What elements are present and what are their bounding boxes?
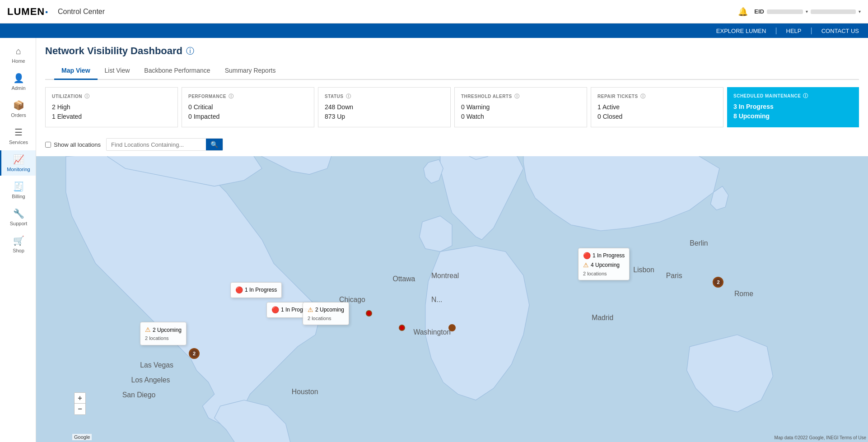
header-right: 🔔 EID ▾ ▾ (738, 7, 861, 17)
zoom-out-button[interactable]: − (75, 404, 85, 414)
billing-icon: 🧾 (13, 181, 24, 192)
tab-map-view[interactable]: Map View (54, 63, 98, 80)
svg-text:Ottawa: Ottawa (392, 275, 415, 283)
eid-dropdown-chevron[interactable]: ▾ (806, 9, 808, 14)
tab-summary-reports[interactable]: Summary Reports (218, 63, 283, 80)
home-icon: ⌂ (16, 46, 21, 56)
search-box: 🔍 (106, 138, 223, 151)
stat-label-repair: REPAIR TICKETS ⓘ (597, 93, 717, 100)
logo: LUMEN· (7, 6, 49, 18)
eid-info: EID ▾ ▾ (754, 8, 861, 15)
zoom-in-button[interactable]: + (75, 393, 85, 404)
status-info-icon[interactable]: ⓘ (346, 93, 351, 100)
sidebar-item-billing[interactable]: 🧾 Billing (0, 177, 36, 203)
admin-icon: 👤 (13, 73, 24, 84)
stat-value-status[interactable]: 248 Down 873 Up (325, 102, 444, 121)
sidebar-label-services: Services (9, 140, 28, 145)
marker-chicago2[interactable] (399, 325, 405, 331)
sidebar-item-services[interactable]: ☰ Services (0, 123, 36, 149)
sidebar-item-monitoring[interactable]: 📈 Monitoring (0, 150, 36, 176)
marker-nyc[interactable] (448, 324, 456, 331)
orders-icon: 📦 (13, 100, 24, 111)
svg-text:N...: N... (431, 296, 443, 303)
sidebar: ⌂ Home 👤 Admin 📦 Orders ☰ Services 📈 Mon… (0, 38, 36, 442)
content-area: Network Visibility Dashboard ⓘ Map View … (36, 38, 868, 442)
show-all-checkbox[interactable] (45, 142, 51, 148)
bell-icon[interactable]: 🔔 (738, 7, 748, 17)
sidebar-label-monitoring: Monitoring (7, 167, 30, 172)
monitoring-icon: 📈 (13, 154, 24, 165)
eid-label: EID (754, 8, 764, 15)
map-svg: Las Vegas Los Angeles San Diego Houston … (36, 156, 868, 442)
page-title: Network Visibility Dashboard (45, 45, 182, 57)
search-input[interactable] (107, 139, 206, 150)
sidebar-label-orders: Orders (11, 112, 26, 118)
tab-list-view[interactable]: List View (98, 63, 137, 80)
stat-card-utilization: UTILIZATION ⓘ 2 High 1 Elevated (45, 87, 178, 127)
utilization-info-icon[interactable]: ⓘ (84, 93, 90, 100)
stat-value-maintenance[interactable]: 3 In Progress 8 Upcoming (733, 102, 853, 121)
svg-text:Houston: Houston (292, 388, 318, 395)
stat-label-performance: PERFORMANCE ⓘ (188, 93, 308, 100)
stat-value-performance[interactable]: 0 Critical 0 Impacted (188, 102, 308, 121)
nav-help[interactable]: HELP (786, 28, 802, 34)
nav-contact[interactable]: CONTACT US (821, 28, 859, 34)
nav-explore[interactable]: EXPLORE LUMEN (716, 28, 766, 34)
performance-info-icon[interactable]: ⓘ (229, 93, 234, 100)
eid-account (811, 9, 856, 14)
eid-value (767, 9, 803, 14)
stats-row: UTILIZATION ⓘ 2 High 1 Elevated PERFORMA… (36, 80, 868, 135)
sidebar-item-orders[interactable]: 📦 Orders (0, 96, 36, 121)
svg-text:Chicago: Chicago (339, 296, 365, 303)
services-icon: ☰ (14, 127, 23, 138)
stat-card-repair: REPAIR TICKETS ⓘ 1 Active 0 Closed (591, 87, 723, 127)
svg-text:Washington: Washington (413, 328, 451, 336)
stat-card-threshold: THRESHOLD ALERTS ⓘ 0 Warning 0 Watch (454, 87, 587, 127)
stat-card-performance: PERFORMANCE ⓘ 0 Critical 0 Impacted (182, 87, 314, 127)
map-copyright: Map data ©2022 Google, INEGI Terms of Us… (775, 435, 866, 440)
stat-value-threshold[interactable]: 0 Warning 0 Watch (461, 102, 580, 121)
svg-text:Las Vegas: Las Vegas (140, 361, 173, 369)
sidebar-item-support[interactable]: 🔧 Support (0, 205, 36, 230)
nav-sep-2: | (811, 27, 812, 35)
show-all-label[interactable]: Show all locations (45, 141, 101, 148)
sidebar-item-home[interactable]: ⌂ Home (0, 42, 36, 67)
sidebar-label-support: Support (10, 221, 28, 226)
support-icon: 🔧 (13, 208, 24, 219)
svg-text:Madrid: Madrid (592, 314, 613, 321)
main-layout: ⌂ Home 👤 Admin 📦 Orders ☰ Services 📈 Mon… (0, 38, 868, 442)
logo-dot: · (45, 5, 49, 19)
sidebar-item-admin[interactable]: 👤 Admin (0, 69, 36, 94)
svg-text:San Diego: San Diego (122, 391, 156, 399)
stat-card-maintenance: SCHEDULED MAINTENANCE ⓘ 3 In Progress 8 … (727, 87, 859, 127)
map-container[interactable]: Las Vegas Los Angeles San Diego Houston … (36, 156, 868, 442)
stat-value-utilization[interactable]: 2 High 1 Elevated (52, 102, 171, 121)
page-title-row: Network Visibility Dashboard ⓘ (45, 45, 859, 57)
search-button[interactable]: 🔍 (206, 139, 223, 150)
tabs: Map View List View Backbone Performance … (45, 63, 859, 80)
threshold-info-icon[interactable]: ⓘ (514, 93, 520, 100)
map-attribution: Google (72, 434, 92, 440)
stat-label-threshold: THRESHOLD ALERTS ⓘ (461, 93, 580, 100)
account-dropdown-chevron[interactable]: ▾ (859, 9, 861, 14)
zoom-controls: + − (74, 392, 86, 415)
blue-nav: EXPLORE LUMEN | HELP | CONTACT US (0, 23, 868, 38)
page-header: Network Visibility Dashboard ⓘ Map View … (36, 38, 868, 80)
stat-label-utilization: UTILIZATION ⓘ (52, 93, 171, 100)
repair-info-icon[interactable]: ⓘ (640, 93, 646, 100)
svg-text:Los Angeles: Los Angeles (131, 376, 170, 384)
svg-text:Montreal: Montreal (431, 272, 459, 279)
marker-london[interactable]: 2 (713, 277, 723, 288)
header-title: Control Center (58, 8, 105, 16)
marker-chicago1[interactable] (366, 310, 372, 316)
sidebar-label-home: Home (12, 58, 25, 64)
marker-la[interactable]: 2 (189, 348, 200, 359)
tab-backbone-performance[interactable]: Backbone Performance (137, 63, 217, 80)
stat-value-repair[interactable]: 1 Active 0 Closed (597, 102, 717, 121)
nav-sep-1: | (775, 27, 777, 35)
page-help-icon[interactable]: ⓘ (186, 46, 194, 56)
maintenance-info-icon[interactable]: ⓘ (803, 93, 808, 99)
sidebar-label-shop: Shop (13, 248, 24, 253)
sidebar-item-shop[interactable]: 🛒 Shop (0, 232, 36, 257)
top-header: LUMEN· Control Center 🔔 EID ▾ ▾ (0, 0, 868, 23)
